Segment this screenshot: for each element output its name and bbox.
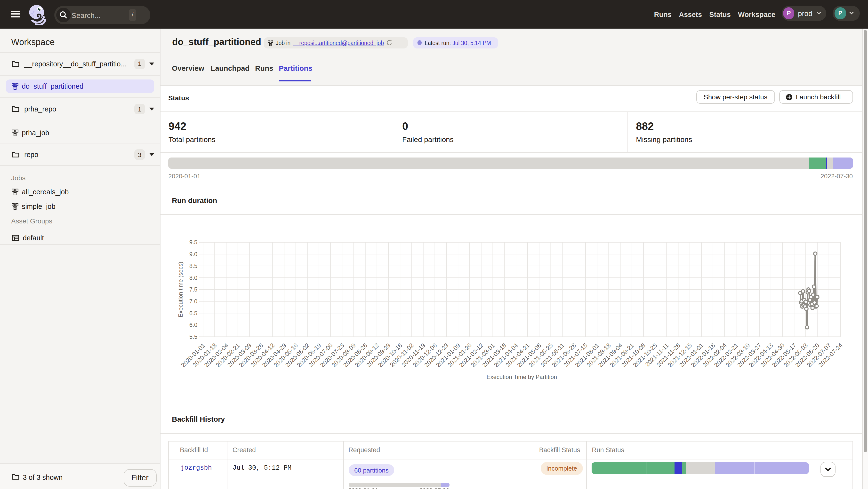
svg-text:6.0: 6.0 bbox=[189, 322, 197, 328]
svg-text:9.0: 9.0 bbox=[189, 251, 197, 257]
svg-text:8.5: 8.5 bbox=[189, 263, 197, 269]
svg-text:8.0: 8.0 bbox=[189, 274, 197, 281]
svg-text:9.5: 9.5 bbox=[189, 239, 197, 246]
svg-text:6.5: 6.5 bbox=[189, 310, 197, 317]
svg-text:5.5: 5.5 bbox=[189, 333, 197, 340]
svg-text:7.5: 7.5 bbox=[189, 286, 197, 293]
svg-text:Execution time (secs): Execution time (secs) bbox=[178, 262, 184, 317]
svg-text:7.0: 7.0 bbox=[189, 298, 197, 304]
svg-text:Execution Time by Partition: Execution Time by Partition bbox=[487, 374, 557, 380]
